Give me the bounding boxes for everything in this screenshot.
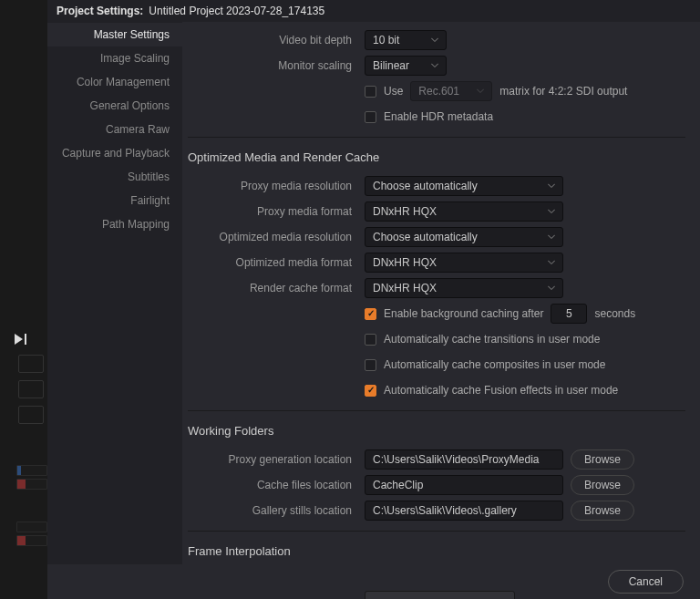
dropdown-opt-fmt[interactable]: DNxHR HQX <box>365 253 563 273</box>
section-title-optimized: Optimized Media and Render Cache <box>188 150 685 164</box>
timeline-clip <box>16 522 47 532</box>
timeline-tool-3[interactable] <box>18 406 44 424</box>
chevron-down-icon <box>548 286 555 291</box>
dropdown-monitor-scaling[interactable]: Bilinear <box>365 56 447 76</box>
chevron-down-icon <box>548 210 555 214</box>
sidebar-item-general-options[interactable]: General Options <box>47 94 182 118</box>
sidebar-item-capture-playback[interactable]: Capture and Playback <box>47 141 182 165</box>
dropdown-proxy-res[interactable]: Choose automatically <box>365 176 563 196</box>
checkbox-auto-comp[interactable] <box>365 359 376 371</box>
chevron-down-icon <box>548 235 555 240</box>
browse-button-proxy[interactable]: Browse <box>571 449 634 470</box>
section-title-frame-interp: Frame Interpolation <box>188 544 685 558</box>
label-video-bit-depth: Video bit depth <box>182 34 365 46</box>
dropdown-proxy-fmt[interactable]: DNxHR HQX <box>365 201 563 222</box>
chevron-down-icon <box>477 89 484 94</box>
input-gallery-loc[interactable] <box>365 501 563 521</box>
cancel-button[interactable]: Cancel <box>608 570 684 594</box>
checkbox-bg-cache[interactable]: ✓ <box>365 308 376 320</box>
dropdown-matrix[interactable]: Rec.601 <box>410 81 492 101</box>
settings-sidebar: Master Settings Image Scaling Color Mana… <box>47 22 182 599</box>
sidebar-item-path-mapping[interactable]: Path Mapping <box>47 212 182 236</box>
sidebar-item-fairlight[interactable]: Fairlight <box>47 189 182 212</box>
chevron-down-icon <box>431 64 438 68</box>
section-title-folders: Working Folders <box>188 424 685 438</box>
dropdown-opt-res[interactable]: Choose automatically <box>365 227 563 247</box>
menu-item-nearest[interactable]: Nearest <box>365 594 514 599</box>
label-proxy-fmt: Proxy media format <box>182 205 365 218</box>
label-monitor-scaling: Monitor scaling <box>182 59 365 72</box>
timeline-tool-2[interactable] <box>18 380 44 398</box>
input-proxy-loc[interactable] <box>365 449 563 470</box>
chevron-down-icon <box>548 184 555 189</box>
dropdown-cache-fmt[interactable]: DNxHR HQX <box>365 278 563 298</box>
chevron-down-icon <box>431 38 438 43</box>
checkbox-auto-trans[interactable] <box>365 334 376 346</box>
input-cache-loc[interactable] <box>365 475 563 495</box>
input-bg-cache-seconds[interactable] <box>551 304 587 324</box>
sidebar-item-color-management[interactable]: Color Management <box>47 70 182 94</box>
label-opt-res: Optimized media resolution <box>182 231 365 243</box>
label-proxy-loc: Proxy generation location <box>182 453 365 466</box>
checkbox-hdr-metadata[interactable] <box>365 111 376 123</box>
checkbox-use-matrix[interactable] <box>365 86 376 98</box>
chevron-down-icon <box>548 261 555 265</box>
label-opt-fmt: Optimized media format <box>182 256 365 269</box>
dialog-titlebar: Project Settings: Untitled Project 2023-… <box>47 0 700 22</box>
timeline-clip <box>16 479 47 490</box>
timeline-tool-1[interactable] <box>18 355 44 373</box>
checkbox-auto-fusion[interactable]: ✓ <box>365 385 376 397</box>
sidebar-item-master-settings[interactable]: Master Settings <box>47 23 182 46</box>
sidebar-item-subtitles[interactable]: Subtitles <box>47 165 182 189</box>
sidebar-item-camera-raw[interactable]: Camera Raw <box>47 118 182 141</box>
sidebar-item-image-scaling[interactable]: Image Scaling <box>47 46 182 70</box>
label-proxy-res: Proxy media resolution <box>182 180 365 192</box>
title-project: Untitled Project 2023-07-28_174135 <box>149 5 324 17</box>
play-next-icon[interactable] <box>15 334 27 347</box>
browse-button-cache[interactable]: Browse <box>571 475 634 495</box>
dropdown-video-bit-depth[interactable]: 10 bit <box>365 30 447 50</box>
timeline-clip <box>16 465 47 476</box>
title-prefix: Project Settings: <box>57 5 143 17</box>
label-gallery-loc: Gallery stills location <box>182 504 365 517</box>
browse-button-gallery[interactable]: Browse <box>571 501 634 521</box>
timeline-clip <box>16 535 47 546</box>
label-cache-loc: Cache files location <box>182 479 365 491</box>
label-cache-fmt: Render cache format <box>182 282 365 294</box>
dropdown-menu-retime: Nearest Frame Blend Optical Flow <box>365 591 515 599</box>
